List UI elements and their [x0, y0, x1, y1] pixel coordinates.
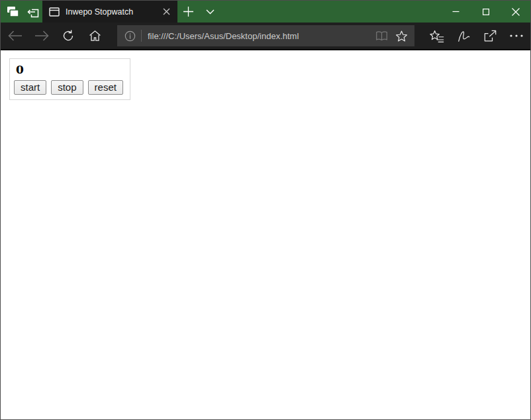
star-icon [395, 30, 408, 42]
forward-button[interactable] [28, 23, 55, 49]
home-button[interactable] [81, 23, 108, 49]
navigation-bar: file:///C:/Users/Asus/Desktop/index.html [1, 23, 530, 50]
close-icon [163, 8, 170, 15]
home-icon [89, 30, 101, 42]
annotate-button[interactable] [450, 23, 477, 49]
url-text: file:///C:/Users/Asus/Desktop/index.html [148, 31, 371, 41]
stopwatch-container: 0 start stop reset [9, 58, 130, 100]
maximize-icon [483, 9, 489, 15]
address-bar[interactable]: file:///C:/Users/Asus/Desktop/index.html [117, 25, 414, 46]
more-button[interactable] [503, 23, 530, 49]
plus-icon [183, 7, 193, 17]
forward-arrow-icon [34, 30, 49, 41]
minimize-icon [452, 8, 459, 15]
toolbar-actions [424, 23, 530, 49]
tab-preview-button[interactable] [199, 1, 221, 23]
book-icon [375, 30, 388, 41]
ellipsis-icon [510, 34, 523, 37]
tab-title: Inwepo Stopwatch [66, 7, 160, 17]
titlebar: Inwepo Stopwatch [1, 1, 530, 23]
tab-actions-left [1, 1, 42, 23]
site-info-button[interactable] [124, 30, 136, 42]
stopwatch-buttons: start stop reset [14, 80, 123, 95]
hub-button[interactable] [424, 23, 450, 49]
set-tabs-aside-button[interactable] [23, 1, 42, 23]
close-window-button[interactable] [501, 1, 530, 23]
minimize-button[interactable] [441, 1, 471, 23]
back-button[interactable] [2, 23, 28, 49]
pen-icon [457, 30, 471, 42]
share-button[interactable] [477, 23, 503, 49]
stacked-windows-icon [7, 6, 19, 17]
hub-star-icon [430, 30, 444, 42]
page-icon [49, 7, 60, 17]
close-window-icon [512, 8, 520, 16]
reset-button[interactable]: reset [88, 80, 123, 95]
stop-button[interactable]: stop [51, 80, 83, 95]
stopwatch-display: 0 [16, 63, 123, 76]
reading-view-button[interactable] [371, 26, 391, 46]
new-tab-button[interactable] [177, 1, 199, 23]
start-button[interactable]: start [14, 80, 46, 95]
nav-buttons [1, 23, 108, 49]
favorite-button[interactable] [391, 26, 411, 46]
browser-tab[interactable]: Inwepo Stopwatch [42, 1, 177, 23]
maximize-button[interactable] [471, 1, 501, 23]
tabs-set-aside-button[interactable] [3, 1, 23, 23]
refresh-button[interactable] [55, 23, 81, 49]
address-separator [141, 30, 142, 42]
browser-window: Inwepo Stopwatch [0, 0, 531, 420]
share-icon [483, 30, 497, 42]
arrow-into-box-icon [26, 6, 40, 18]
window-controls [441, 1, 530, 23]
refresh-icon [62, 29, 75, 42]
back-arrow-icon [8, 30, 23, 41]
page-content: 0 start stop reset [1, 50, 530, 419]
tab-close-button[interactable] [160, 5, 173, 19]
titlebar-drag-area [221, 1, 441, 23]
chevron-down-icon [206, 9, 215, 15]
info-icon [124, 30, 136, 42]
